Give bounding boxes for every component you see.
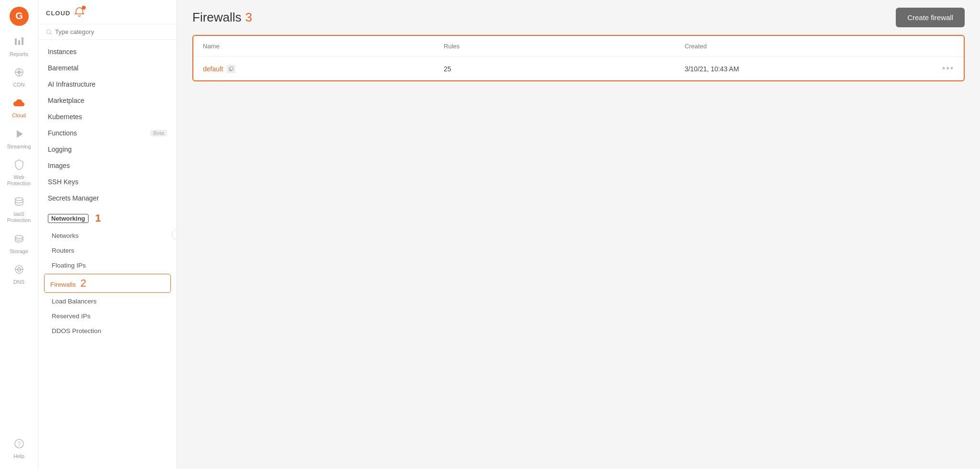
app-logo[interactable]: G xyxy=(9,6,30,27)
firewall-name-cell[interactable]: default xyxy=(203,65,444,73)
cdn-icon xyxy=(14,67,24,80)
svg-rect-2 xyxy=(15,38,17,45)
sidebar-menu: Instances Baremetal AI Infrastructure Ma… xyxy=(38,40,177,469)
firewall-copy-icon[interactable] xyxy=(227,65,235,73)
cloud-icon xyxy=(13,98,25,111)
sidebar-item-instances[interactable]: Instances xyxy=(38,44,177,60)
sidebar-search xyxy=(38,24,177,40)
help-label: Help xyxy=(13,453,24,459)
sidebar-item-cdn[interactable]: CDN xyxy=(3,63,35,92)
create-firewall-button[interactable]: Create firewall xyxy=(896,8,965,27)
firewall-more-button[interactable]: ••• xyxy=(942,64,954,74)
sidebar-item-images[interactable]: Images xyxy=(38,157,177,174)
svg-point-16 xyxy=(46,29,50,33)
reports-icon xyxy=(14,36,24,49)
iaas-protection-label: IaaS Protection xyxy=(5,211,33,223)
table-header: Name Rules Created xyxy=(193,36,964,57)
streaming-label: Streaming xyxy=(7,144,31,150)
sidebar-item-marketplace[interactable]: Marketplace xyxy=(38,92,177,109)
main-content: Firewalls 3 Create firewall Name Rules C… xyxy=(177,0,980,469)
sidebar-item-baremetal[interactable]: Baremetal xyxy=(38,60,177,76)
col-created: Created xyxy=(685,43,925,50)
sidebar-item-networks[interactable]: Networks xyxy=(38,228,177,243)
svg-rect-19 xyxy=(230,67,233,70)
sidebar-item-help[interactable]: ? Help xyxy=(3,435,35,463)
callout-1: 1 xyxy=(95,212,101,224)
search-icon xyxy=(46,29,52,35)
notifications-bell[interactable] xyxy=(74,7,85,19)
sidebar-item-kubernetes[interactable]: Kubernetes xyxy=(38,109,177,125)
category-search-input[interactable] xyxy=(55,28,169,35)
svg-rect-4 xyxy=(22,37,23,45)
col-rules: Rules xyxy=(444,43,684,50)
sidebar-item-ssh-keys[interactable]: SSH Keys xyxy=(38,174,177,190)
cdn-label: CDN xyxy=(13,82,25,88)
svg-rect-3 xyxy=(18,40,20,45)
content-area: Name Rules Created default 25 3/10/21, xyxy=(177,35,980,97)
shield-icon xyxy=(14,159,24,172)
networking-section: Networking 1 Networks Routers Floating I… xyxy=(38,208,177,338)
svg-marker-9 xyxy=(17,130,23,138)
sidebar-item-reports[interactable]: Reports xyxy=(3,33,35,61)
storage-icon xyxy=(14,234,24,246)
sidebar-item-ai-infrastructure[interactable]: AI Infrastructure xyxy=(38,76,177,92)
storage-label: Storage xyxy=(10,248,28,255)
dns-label: DNS xyxy=(13,279,24,285)
sidebar-item-floating-ips[interactable]: Floating IPs xyxy=(38,258,177,273)
sidebar-item-functions[interactable]: Functions Beta xyxy=(38,125,177,141)
callout-3: 3 xyxy=(245,10,252,25)
cloud-label: Cloud xyxy=(12,112,26,119)
reports-label: Reports xyxy=(10,51,28,57)
callout-2: 2 xyxy=(80,277,86,289)
sidebar-item-storage[interactable]: Storage xyxy=(3,230,35,258)
sidebar-item-streaming[interactable]: Streaming xyxy=(3,125,35,154)
svg-point-11 xyxy=(15,235,23,238)
functions-beta-badge: Beta xyxy=(150,130,167,136)
svg-line-17 xyxy=(50,33,52,34)
sidebar-item-reserved-ips[interactable]: Reserved IPs xyxy=(38,309,177,324)
sidebar-item-cloud[interactable]: Cloud xyxy=(3,94,35,123)
sidebar-item-dns[interactable]: DNS xyxy=(3,260,35,289)
iaas-icon xyxy=(14,196,24,209)
firewall-table: Name Rules Created default 25 3/10/21, xyxy=(192,35,965,81)
svg-text:G: G xyxy=(15,11,23,21)
sidebar-item-logging[interactable]: Logging xyxy=(38,141,177,157)
sidebar-header: CLOUD xyxy=(38,0,177,24)
topbar: Firewalls 3 Create firewall xyxy=(177,0,980,35)
col-name: Name xyxy=(203,43,444,50)
networking-label: Networking xyxy=(48,214,89,223)
sidebar-item-iaas-protection[interactable]: IaaS Protection xyxy=(3,192,35,227)
col-actions xyxy=(925,43,954,50)
web-protection-label: Web Protection xyxy=(5,174,33,187)
page-title: Firewalls xyxy=(192,10,242,25)
sidebar-item-routers[interactable]: Routers xyxy=(38,243,177,258)
notification-dot xyxy=(82,6,86,10)
sidebar-item-web-protection[interactable]: Web Protection xyxy=(3,156,35,190)
nav-bar: G Reports CDN Clou xyxy=(0,0,38,469)
sidebar-item-ddos-protection[interactable]: DDOS Protection xyxy=(38,324,177,338)
sidebar-item-secrets-manager[interactable]: Secrets Manager xyxy=(38,190,177,206)
svg-text:?: ? xyxy=(17,441,21,447)
sidebar-item-load-balancers[interactable]: Load Balancers xyxy=(38,294,177,309)
sidebar-item-firewalls[interactable]: Firewalls 2 xyxy=(44,274,171,293)
svg-point-10 xyxy=(15,198,23,201)
dns-icon xyxy=(14,264,24,277)
help-icon: ? xyxy=(14,438,24,451)
sidebar-title: CLOUD xyxy=(46,10,70,17)
table-row: default 25 3/10/21, 10:43 AM ••• xyxy=(193,57,964,80)
firewall-created-cell: 3/10/21, 10:43 AM xyxy=(685,65,925,73)
streaming-icon xyxy=(14,129,24,142)
firewall-rules-cell: 25 xyxy=(444,65,684,73)
networking-section-header[interactable]: Networking 1 xyxy=(38,208,177,228)
sidebar: CLOUD Instances Baremetal AI Infrastruct… xyxy=(38,0,177,469)
